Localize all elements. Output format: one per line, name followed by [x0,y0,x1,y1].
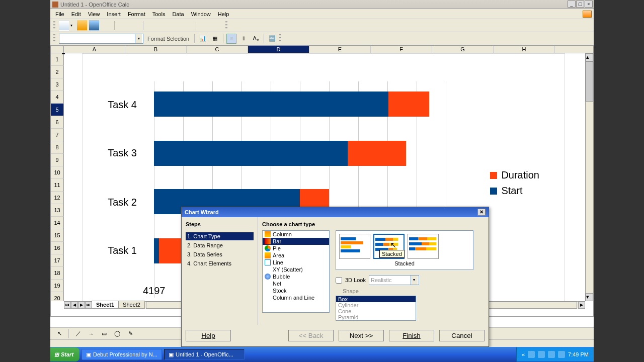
chart-type-line[interactable]: Line [263,259,329,266]
row-header[interactable]: 17 [51,254,64,267]
rect-tool-icon[interactable]: ▭ [99,329,109,339]
menu-tools[interactable]: Tools [149,10,169,18]
chart-type-bar[interactable]: Bar [263,238,329,245]
close-button[interactable]: × [585,1,593,8]
column-header[interactable]: G [432,46,494,53]
row-header[interactable]: 19 [51,280,64,292]
row-header[interactable]: 11 [51,179,64,192]
tray-expand-icon[interactable]: « [522,351,525,357]
column-header[interactable]: B [125,46,187,53]
3d-look-checkbox[interactable] [336,277,342,284]
cancel-button[interactable]: Cancel [439,330,485,341]
redo-icon[interactable] [211,21,221,31]
menu-insert[interactable]: Insert [104,10,124,18]
horiz-grid-icon[interactable]: ≡ [226,34,236,44]
sheet-nav-next[interactable]: ▶ [78,302,85,309]
row-header[interactable]: 3 [51,78,64,91]
help-button[interactable]: Help [186,330,231,341]
row-header[interactable]: 16 [51,242,64,254]
row-header[interactable]: 20 [51,292,64,301]
row-header[interactable]: 10 [51,166,64,179]
scroll-right[interactable]: ▶ [578,302,585,309]
export-pdf-icon[interactable] [118,21,128,31]
wizard-step-2[interactable]: 2. Data Range [186,241,254,249]
select-tool-icon[interactable]: ↖ [54,329,64,339]
paste-icon[interactable] [171,21,181,31]
chart-data-icon[interactable]: ▦ [210,34,220,44]
menu-data[interactable]: Data [169,10,187,18]
arrow-tool-icon[interactable]: → [86,329,96,339]
column-header[interactable]: H [494,46,555,53]
shape-pyramid[interactable]: Pyramid [336,314,416,320]
vertical-scrollbar[interactable]: ▴ ▾ [585,53,593,301]
row-header[interactable]: 18 [51,267,64,280]
cut-icon[interactable] [146,21,156,31]
chart-type-bubble[interactable]: Bubble [263,273,329,280]
open-icon[interactable] [77,21,87,31]
menu-edit[interactable]: Edit [68,10,84,18]
extension-icon[interactable] [583,11,592,18]
chart-type-column[interactable]: Column [263,231,329,238]
tray-icon[interactable] [528,351,535,358]
shape-list[interactable]: Box Cylinder Cone Pyramid [336,296,416,321]
menu-format[interactable]: Format [125,10,148,18]
menu-file[interactable]: File [52,10,67,18]
system-tray[interactable]: « 7:49 PM [516,347,594,361]
wizard-step-1[interactable]: 1. Chart Type [186,232,254,240]
scale-text-icon[interactable]: 🔤 [267,34,277,44]
row-header[interactable]: 15 [51,229,64,242]
format-selection-label[interactable]: Format Selection [145,36,191,42]
select-all-corner[interactable] [51,46,64,53]
taskbar-item[interactable]: ▣ Untitled 1 - OpenOffic... [164,349,245,360]
row-header[interactable]: 8 [51,141,64,154]
wizard-step-3[interactable]: 3. Data Series [186,250,254,258]
menu-view[interactable]: View [85,10,103,18]
tray-icon[interactable] [558,351,565,358]
chart-type-stock[interactable]: Stock [263,287,329,294]
shape-cylinder[interactable]: Cylinder [336,302,416,308]
shape-cone[interactable]: Cone [336,308,416,314]
undo-icon[interactable] [199,21,209,31]
next-button[interactable]: Next >> [339,330,384,341]
row-header[interactable]: 6 [51,116,64,129]
chart-type-xy[interactable]: XY (Scatter) [263,266,329,273]
menu-window[interactable]: Window [188,10,214,18]
maximize-button[interactable]: ▢ [576,1,584,8]
chart-type-net[interactable]: Net [263,280,329,287]
new-doc-icon[interactable] [59,21,69,31]
row-header[interactable]: 14 [51,217,64,229]
wizard-step-4[interactable]: 4. Chart Elements [186,259,254,267]
row-header[interactable]: 13 [51,204,64,217]
sheet-nav-prev[interactable]: ◀ [71,302,78,309]
chart-type-area[interactable]: Area [263,252,329,259]
dialog-close-icon[interactable]: ✕ [477,209,486,216]
legend-icon[interactable]: Aₐ [251,34,261,44]
chart-subtype-percent[interactable] [408,234,439,259]
email-icon[interactable] [101,21,111,31]
row-header[interactable]: 7 [51,129,64,141]
format-paintbrush-icon[interactable] [183,21,193,31]
chart-element-input[interactable] [59,34,135,43]
freeform-tool-icon[interactable]: ✎ [125,329,135,339]
shape-box[interactable]: Box [336,296,416,302]
vert-grid-icon[interactable]: ⦀ [238,34,249,44]
row-header[interactable]: 2 [51,66,64,78]
column-header[interactable]: E [309,46,371,53]
line-tool-icon[interactable]: ／ [73,329,83,339]
sheet-nav-last[interactable]: ⏭ [85,302,92,309]
column-header[interactable]: D [248,46,309,53]
sheet-tab[interactable]: Sheet1 [92,301,119,309]
start-button[interactable]: ⊞ Start [50,347,79,361]
print-icon[interactable] [130,21,140,31]
column-header[interactable]: F [371,46,432,53]
clock[interactable]: 7:49 PM [568,351,589,357]
chart-type-column-line[interactable]: Column and Line [263,294,329,301]
chart-element-combo[interactable]: ▾ [59,34,143,44]
chart-type-pie[interactable]: Pie [263,245,329,252]
ellipse-tool-icon[interactable]: ◯ [112,329,122,339]
chart-subtype-normal[interactable] [339,234,370,259]
chart-subtype-stacked[interactable]: Stacked [373,234,405,259]
3d-look-value[interactable] [369,276,411,285]
column-header[interactable]: C [187,46,248,53]
finish-button[interactable]: Finish [389,330,434,341]
